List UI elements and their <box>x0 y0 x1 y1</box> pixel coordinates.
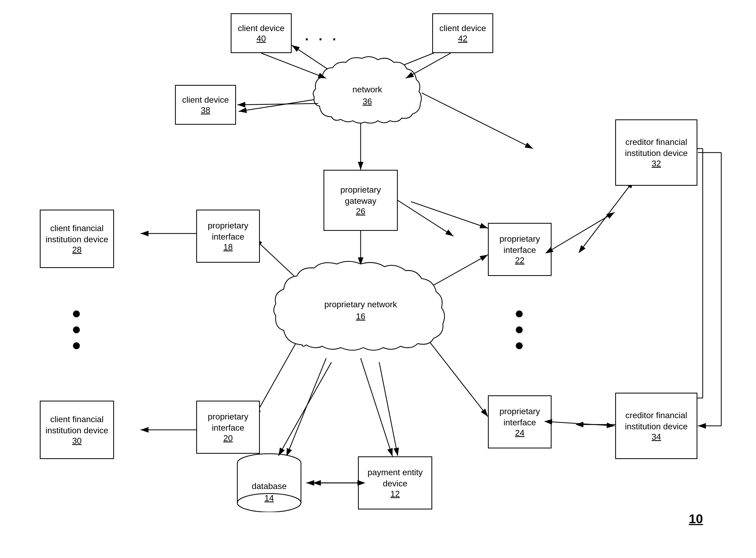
creditor-financial-32: creditor financialinstitution device 32 <box>615 119 697 186</box>
client-financial-30: client financialinstitution device 30 <box>40 401 114 459</box>
svg-line-39 <box>278 362 331 456</box>
svg-line-17 <box>361 358 393 456</box>
ref-num-10: 10 <box>689 512 703 526</box>
svg-line-5 <box>422 93 533 149</box>
diagram: client device 40 client device 42 client… <box>0 0 756 558</box>
proprietary-network-16: proprietary network 16 <box>270 257 451 363</box>
client-financial-28: client financialinstitution device 28 <box>40 210 114 268</box>
proprietary-interface-24: proprietaryinterface 24 <box>488 395 551 449</box>
creditor-financial-34: creditor financialinstitution device 34 <box>615 393 697 459</box>
svg-line-38 <box>379 362 398 456</box>
svg-line-33 <box>552 212 615 249</box>
svg-line-14 <box>584 180 634 247</box>
client-device-40: client device 40 <box>231 13 292 53</box>
client-device-42: client device 42 <box>432 13 493 53</box>
proprietary-interface-18: proprietaryinterface 18 <box>196 210 260 263</box>
dots-right: ●●● <box>514 305 524 353</box>
dots-top: . . . <box>305 29 339 43</box>
payment-entity-12: payment entitydevice 12 <box>358 456 432 509</box>
network-36: network 36 <box>310 53 424 133</box>
dots-left: ●●● <box>72 305 82 353</box>
svg-line-31 <box>237 103 318 105</box>
proprietary-interface-20: proprietaryinterface 20 <box>196 401 260 454</box>
database-14: database 14 <box>233 451 305 512</box>
svg-line-8 <box>411 202 488 228</box>
svg-line-34 <box>552 422 615 426</box>
svg-line-18 <box>287 358 326 456</box>
proprietary-interface-22: proprietaryinterface 22 <box>488 223 551 276</box>
proprietary-gateway-26: proprietarygateway 26 <box>324 170 398 231</box>
client-device-38: client device 38 <box>175 85 236 125</box>
svg-line-32 <box>398 200 454 236</box>
